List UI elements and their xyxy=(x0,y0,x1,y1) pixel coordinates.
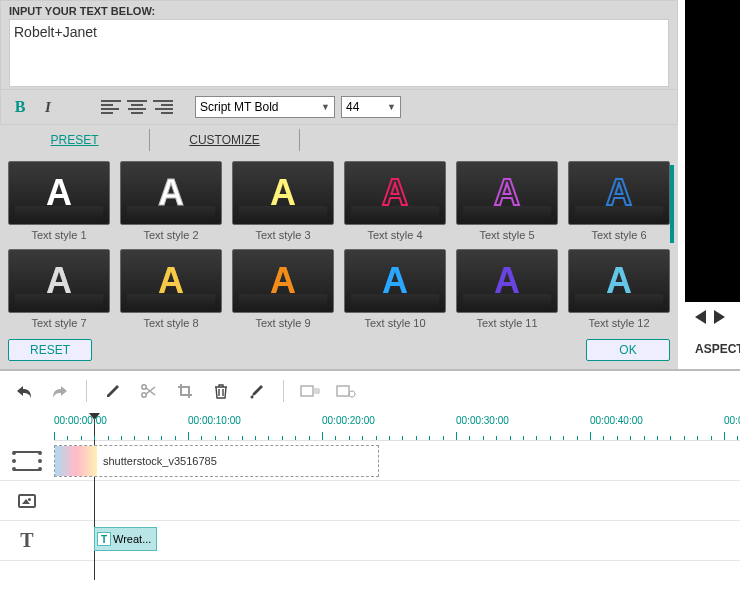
ok-button[interactable]: OK xyxy=(586,339,670,361)
time-mark: 00:00:20:00 xyxy=(322,415,375,426)
align-center-button[interactable] xyxy=(127,97,147,117)
settings-button[interactable] xyxy=(332,379,360,403)
time-ruler[interactable]: 00:00:00:0000:00:10:0000:00:20:0000:00:3… xyxy=(54,415,740,441)
tab-preset[interactable]: PRESET xyxy=(0,129,150,151)
style-preset-2[interactable]: AText style 2 xyxy=(120,161,222,241)
prev-button[interactable] xyxy=(695,310,706,324)
style-preset-5[interactable]: AText style 5 xyxy=(456,161,558,241)
style-caption: Text style 10 xyxy=(344,317,446,329)
split-button[interactable] xyxy=(135,379,163,403)
undo-button[interactable] xyxy=(10,379,38,403)
redo-button[interactable] xyxy=(46,379,74,403)
style-caption: Text style 8 xyxy=(120,317,222,329)
text-clip-icon: T xyxy=(97,532,111,546)
video-track: shutterstock_v3516785 xyxy=(0,441,740,481)
svg-point-0 xyxy=(142,385,146,389)
scroll-indicator[interactable] xyxy=(670,165,674,243)
time-mark: 00:00:10:00 xyxy=(188,415,241,426)
video-preview xyxy=(685,0,740,302)
style-caption: Text style 5 xyxy=(456,229,558,241)
reset-button[interactable]: RESET xyxy=(8,339,92,361)
style-preset-11[interactable]: AText style 11 xyxy=(456,249,558,329)
style-caption: Text style 7 xyxy=(8,317,110,329)
text-track: T T Wreat... xyxy=(0,521,740,561)
next-button[interactable] xyxy=(714,310,725,324)
style-preset-10[interactable]: AText style 10 xyxy=(344,249,446,329)
color-picker-button[interactable] xyxy=(243,379,271,403)
edit-button[interactable] xyxy=(99,379,127,403)
style-preset-7[interactable]: AText style 7 xyxy=(8,249,110,329)
time-mark: 00:00:00:00 xyxy=(54,415,107,426)
text-input[interactable]: Robelt+Janet xyxy=(9,19,669,87)
aspect-label: ASPECT xyxy=(695,342,740,356)
style-preset-9[interactable]: AText style 9 xyxy=(232,249,334,329)
svg-rect-4 xyxy=(337,386,349,396)
style-preset-3[interactable]: AText style 3 xyxy=(232,161,334,241)
svg-point-2 xyxy=(251,396,254,399)
clip-thumbnail xyxy=(55,446,97,476)
styles-panel: AText style 1AText style 2AText style 3A… xyxy=(0,155,678,333)
format-panel: B I Script MT Bold ▼ 44 ▼ xyxy=(0,90,678,125)
style-caption: Text style 2 xyxy=(120,229,222,241)
style-tabs: PRESET CUSTOMIZE xyxy=(0,125,678,155)
image-track-icon xyxy=(0,494,54,508)
video-clip-name: shutterstock_v3516785 xyxy=(103,455,217,467)
tab-customize[interactable]: CUSTOMIZE xyxy=(150,129,300,151)
italic-button[interactable]: I xyxy=(37,96,59,118)
style-preset-8[interactable]: AText style 8 xyxy=(120,249,222,329)
video-track-icon xyxy=(0,451,54,471)
time-mark: 00:00:30:00 xyxy=(456,415,509,426)
style-caption: Text style 6 xyxy=(568,229,670,241)
size-value: 44 xyxy=(346,100,359,114)
time-mark: 00:00:40:00 xyxy=(590,415,643,426)
input-label: INPUT YOUR TEXT BELOW: xyxy=(9,5,669,17)
style-caption: Text style 11 xyxy=(456,317,558,329)
font-size-select[interactable]: 44 ▼ xyxy=(341,96,401,118)
crop-button[interactable] xyxy=(171,379,199,403)
font-select[interactable]: Script MT Bold ▼ xyxy=(195,96,335,118)
style-caption: Text style 9 xyxy=(232,317,334,329)
font-value: Script MT Bold xyxy=(200,100,278,114)
style-preset-12[interactable]: AText style 12 xyxy=(568,249,670,329)
style-caption: Text style 4 xyxy=(344,229,446,241)
timeline-toolbar xyxy=(0,369,740,411)
svg-point-1 xyxy=(142,393,146,397)
align-right-button[interactable] xyxy=(153,97,173,117)
export-button[interactable] xyxy=(296,379,324,403)
style-preset-1[interactable]: AText style 1 xyxy=(8,161,110,241)
chevron-down-icon: ▼ xyxy=(321,102,330,112)
dialog-buttons: RESET OK xyxy=(0,333,678,369)
image-track xyxy=(0,481,740,521)
text-track-icon: T xyxy=(0,529,54,552)
align-left-button[interactable] xyxy=(101,97,121,117)
style-preset-6[interactable]: AText style 6 xyxy=(568,161,670,241)
text-clip[interactable]: T Wreat... xyxy=(94,527,157,551)
style-caption: Text style 1 xyxy=(8,229,110,241)
video-clip[interactable]: shutterstock_v3516785 xyxy=(54,445,379,477)
input-section: INPUT YOUR TEXT BELOW: Robelt+Janet xyxy=(0,0,678,90)
style-caption: Text style 3 xyxy=(232,229,334,241)
style-caption: Text style 12 xyxy=(568,317,670,329)
svg-rect-3 xyxy=(301,386,313,396)
bold-button[interactable]: B xyxy=(9,96,31,118)
time-mark: 00:00:50:00 xyxy=(724,415,740,426)
svg-point-5 xyxy=(349,391,355,397)
chevron-down-icon: ▼ xyxy=(387,102,396,112)
style-preset-4[interactable]: AText style 4 xyxy=(344,161,446,241)
text-clip-name: Wreat... xyxy=(113,533,151,545)
delete-button[interactable] xyxy=(207,379,235,403)
timeline: 00:00:00:0000:00:10:0000:00:20:0000:00:3… xyxy=(0,411,740,561)
